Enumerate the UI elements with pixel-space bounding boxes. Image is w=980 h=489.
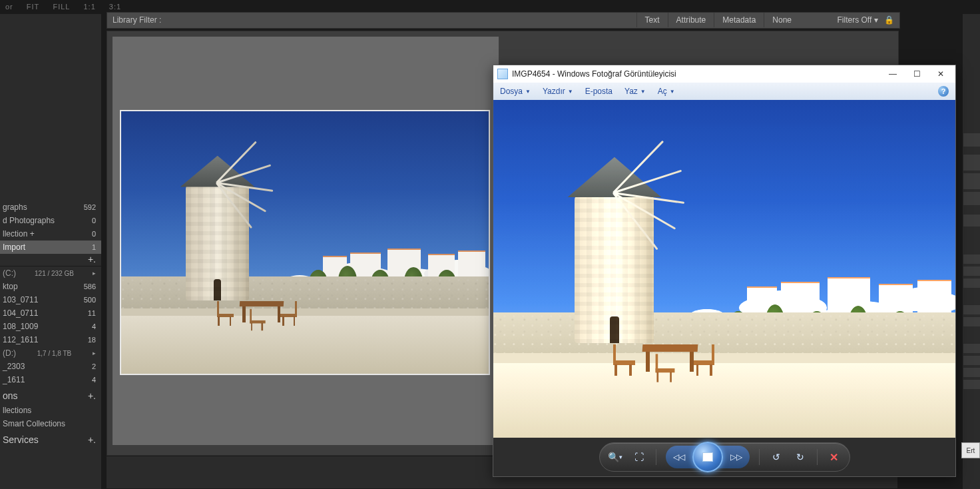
row-label: 108_1009 [3, 322, 38, 331]
fit-icon[interactable]: ⛶ [632, 450, 646, 464]
catalog-add-button[interactable]: +. [0, 254, 101, 266]
filter-tab-attribute[interactable]: Attribute [668, 13, 714, 27]
panel-stub[interactable] [963, 304, 980, 315]
panel-stub[interactable] [963, 278, 980, 288]
image-viewport[interactable] [493, 100, 955, 438]
prev-button[interactable]: ◁◁ [667, 448, 691, 466]
row-label: 112_1611 [3, 335, 38, 344]
filter-tabs: Text Attribute Metadata None [636, 13, 800, 27]
slideshow-button[interactable] [692, 442, 723, 472]
chevron-down-icon: ▾ [874, 15, 878, 25]
row-label: 104_0711 [3, 308, 38, 318]
catalog-item[interactable]: llection +0 [0, 227, 101, 241]
collection-item[interactable]: Smart Collections [0, 417, 101, 430]
maximize-button[interactable]: ☐ [905, 67, 929, 81]
row-count: 4 [92, 376, 96, 384]
right-panel [962, 14, 980, 489]
row-label: d Photographs [3, 216, 55, 225]
zoom-fill[interactable]: FILL [47, 0, 75, 13]
menu-open[interactable]: Aç▼ [658, 87, 675, 96]
folder-item[interactable]: 103_0711500 [0, 293, 101, 306]
row-count: 1 [92, 243, 96, 251]
folder-item[interactable]: ktop586 [0, 280, 101, 293]
publish-services-header[interactable]: Services+. [0, 430, 101, 448]
panel-stub[interactable] [963, 316, 980, 327]
row-label: (C:) [3, 268, 16, 278]
row-label: llections [3, 406, 31, 415]
row-count: 586 [84, 282, 96, 290]
help-icon[interactable]: ? [938, 86, 949, 97]
panel-stub[interactable] [963, 173, 980, 190]
row-count: 500 [84, 296, 96, 304]
folder-item[interactable]: _16114 [0, 373, 101, 386]
panel-stub[interactable] [963, 214, 980, 227]
catalog-item[interactable]: Import1 [0, 241, 101, 254]
folder-item[interactable]: (C:)121 / 232 GB ▸ [0, 266, 101, 280]
row-count: 121 / 232 GB [35, 270, 74, 277]
catalog-item[interactable]: graphs592 [0, 201, 101, 214]
viewer-controls: 🔍▾ ⛶ ◁◁ ▷▷ ↺ ↻ ✕ [493, 438, 955, 476]
folder-item[interactable]: 104_071111 [0, 306, 101, 320]
grid-thumbnail[interactable] [120, 110, 490, 375]
ert-tab[interactable]: Ert [961, 442, 980, 458]
library-filter-bar: Library Filter : Text Attribute Metadata… [107, 12, 900, 29]
zoom-fit[interactable]: FIT [21, 0, 45, 13]
folder-item[interactable]: 108_10094 [0, 320, 101, 333]
row-count: 1,7 / 1,8 TB [37, 350, 72, 357]
panel-stub[interactable] [963, 266, 980, 276]
menu-burn[interactable]: Yaz▼ [624, 87, 646, 96]
panel-stub[interactable] [963, 133, 980, 147]
menu-print[interactable]: Yazdır▼ [543, 87, 573, 96]
catalog-item[interactable]: d Photographs0 [0, 214, 101, 227]
filter-tab-metadata[interactable]: Metadata [714, 13, 764, 27]
filter-tab-text[interactable]: Text [636, 13, 668, 27]
panel-stub[interactable] [963, 191, 980, 206]
zoom-icon[interactable]: 🔍▾ [608, 450, 622, 464]
folder-item[interactable]: (D:)1,7 / 1,8 TB ▸ [0, 346, 101, 360]
menu-email[interactable]: E-posta [585, 87, 612, 96]
rotate-right-icon[interactable]: ↻ [793, 450, 808, 464]
rotate-left-icon[interactable]: ↺ [769, 450, 784, 464]
menu-file[interactable]: Dosya▼ [500, 87, 531, 96]
row-count: 18 [88, 336, 96, 344]
photo-viewer-window: IMGP4654 - Windows Fotoğraf Görüntüleyic… [493, 65, 956, 477]
window-title: IMGP4654 - Windows Fotoğraf Görüntüleyic… [512, 69, 676, 79]
collections-header[interactable]: ons+. [0, 386, 101, 404]
row-label: Import [3, 243, 25, 252]
window-titlebar[interactable]: IMGP4654 - Windows Fotoğraf Görüntüleyic… [493, 65, 955, 83]
row-label: graphs [3, 203, 27, 212]
collection-item[interactable]: llections [0, 404, 101, 417]
folder-item[interactable]: 112_161118 [0, 333, 101, 346]
panel-stub[interactable] [963, 343, 980, 354]
delete-icon[interactable]: ✕ [827, 450, 842, 464]
panel-stub[interactable] [963, 154, 980, 171]
folder-item[interactable]: _23032 [0, 360, 101, 373]
close-button[interactable]: ✕ [929, 67, 953, 81]
row-label: Smart Collections [3, 419, 65, 428]
panel-stub[interactable] [963, 254, 980, 264]
row-label: 103_0711 [3, 295, 38, 304]
minimize-button[interactable]: — [881, 67, 905, 81]
row-count: 11 [88, 309, 96, 317]
row-count: 4 [92, 322, 96, 330]
panel-stub[interactable] [963, 379, 980, 390]
add-icon[interactable]: +. [88, 390, 96, 401]
panel-stub[interactable] [963, 355, 980, 366]
row-count: 592 [84, 203, 96, 211]
app-icon [497, 69, 508, 79]
menu-bar: Dosya▼ Yazdır▼ E-posta Yaz▼ Aç▼ ? [493, 83, 955, 101]
next-button[interactable]: ▷▷ [724, 448, 748, 466]
lock-icon[interactable]: 🔒 [884, 15, 894, 25]
library-filter-label: Library Filter : [113, 15, 161, 25]
row-label: _2303 [3, 362, 25, 371]
filters-off-toggle[interactable]: Filters Off ▾ 🔒 [838, 15, 894, 25]
row-count: 0 [92, 230, 96, 238]
row-label: (D:) [3, 348, 16, 358]
filter-tab-none[interactable]: None [764, 13, 800, 27]
zoom-3-1[interactable]: 3:1 [104, 0, 126, 13]
view-mode[interactable]: or [0, 0, 19, 13]
left-panel: graphs592d Photographs0llection +0Import… [0, 14, 102, 489]
zoom-1-1[interactable]: 1:1 [78, 0, 101, 13]
panel-stub[interactable] [963, 367, 980, 378]
add-icon[interactable]: +. [88, 434, 96, 445]
